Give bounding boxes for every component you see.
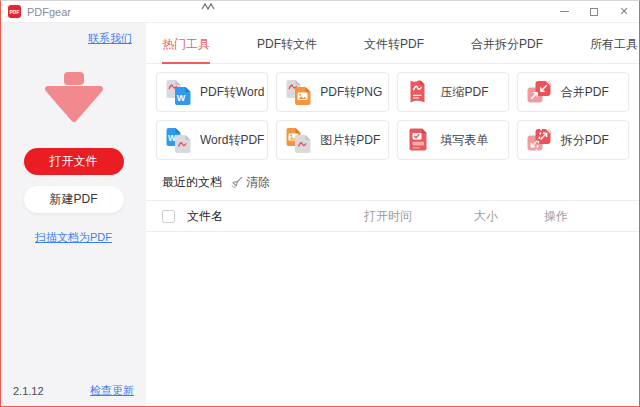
- window-title: PDFgear: [27, 6, 71, 18]
- clear-label: 清除: [246, 174, 270, 191]
- tool-card-label: PDF转PNG: [320, 84, 382, 101]
- tool-card-fill-form[interactable]: 填写表单: [397, 120, 509, 160]
- recent-documents-title: 最近的文档: [162, 174, 222, 191]
- recent-table-header: 文件名 打开时间 大小 操作: [146, 200, 639, 232]
- tool-card-label: 拆分PDF: [561, 132, 609, 149]
- tab-all-tools[interactable]: 所有工具: [590, 36, 638, 63]
- contact-us-link[interactable]: 联系我们: [88, 31, 132, 46]
- svg-text:W: W: [177, 93, 186, 103]
- sidebar: 联系我们 打开文件 新建PDF 扫描文档为PDF 2.1.12 检查更新: [1, 23, 146, 406]
- image-to-pdf-icon: [284, 126, 312, 154]
- close-button[interactable]: ✕: [609, 1, 639, 22]
- window-controls: ✕: [549, 1, 639, 22]
- tool-card-label: PDF转Word: [200, 84, 264, 101]
- tool-card-label: 压缩PDF: [441, 84, 489, 101]
- tool-card-word-to-pdf[interactable]: W Word转PDF: [156, 120, 268, 160]
- minimize-button[interactable]: [549, 1, 579, 22]
- tab-file-to-pdf[interactable]: 文件转PDF: [364, 36, 424, 63]
- tool-card-grid: W PDF转Word PDF转PNG: [146, 64, 639, 168]
- close-icon: ✕: [619, 6, 628, 17]
- tool-card-label: 合并PDF: [561, 84, 609, 101]
- maximize-button[interactable]: [579, 1, 609, 22]
- tool-card-label: Word转PDF: [200, 132, 264, 149]
- minimize-icon: [560, 11, 569, 12]
- tool-card-pdf-to-word[interactable]: W PDF转Word: [156, 72, 268, 112]
- column-filename: 文件名: [187, 208, 364, 225]
- recent-table-body: [146, 232, 639, 406]
- mouse-cursor: [201, 0, 217, 16]
- fill-form-icon: [405, 126, 433, 154]
- tool-card-label: 图片转PDF: [320, 132, 380, 149]
- broom-icon: [230, 176, 243, 189]
- pdfgear-window: PDF PDFgear ✕ 联系我们 打开文件 新建PDF 扫描文档为PDF: [0, 0, 640, 407]
- word-to-pdf-icon: W: [164, 126, 192, 154]
- new-pdf-button[interactable]: 新建PDF: [24, 186, 124, 213]
- tool-tabs: 热门工具 PDF转文件 文件转PDF 合并拆分PDF 所有工具: [146, 23, 639, 64]
- select-all-checkbox[interactable]: [162, 210, 175, 223]
- tool-card-merge-pdf[interactable]: 合并PDF: [517, 72, 629, 112]
- scan-to-pdf-link[interactable]: 扫描文档为PDF: [35, 230, 112, 245]
- main-panel: 热门工具 PDF转文件 文件转PDF 合并拆分PDF 所有工具 W: [146, 23, 639, 406]
- maximize-icon: [590, 8, 598, 16]
- tab-hot-tools[interactable]: 热门工具: [162, 36, 210, 63]
- column-operations: 操作: [544, 208, 639, 225]
- tool-card-pdf-to-png[interactable]: PDF转PNG: [276, 72, 388, 112]
- tab-pdf-to-file[interactable]: PDF转文件: [257, 36, 317, 63]
- pdf-to-png-icon: [284, 78, 312, 106]
- compress-pdf-icon: [405, 78, 433, 106]
- split-pdf-icon: [525, 126, 553, 154]
- app-logo-icon: PDF: [8, 5, 21, 18]
- open-file-button[interactable]: 打开文件: [24, 148, 124, 175]
- column-open-time: 打开时间: [364, 208, 474, 225]
- tool-card-compress-pdf[interactable]: 压缩PDF: [397, 72, 509, 112]
- tool-card-image-to-pdf[interactable]: 图片转PDF: [276, 120, 388, 160]
- tab-merge-split-pdf[interactable]: 合并拆分PDF: [471, 36, 543, 63]
- version-label: 2.1.12: [13, 385, 44, 397]
- pdf-to-word-icon: W: [164, 78, 192, 106]
- merge-pdf-icon: [525, 78, 553, 106]
- recent-documents-header: 最近的文档 清除: [146, 168, 639, 200]
- check-update-link[interactable]: 检查更新: [90, 383, 134, 398]
- column-size: 大小: [474, 208, 544, 225]
- download-arrow-icon: [42, 70, 106, 128]
- title-bar: PDF PDFgear ✕: [1, 1, 639, 23]
- tool-card-split-pdf[interactable]: 拆分PDF: [517, 120, 629, 160]
- tool-card-label: 填写表单: [441, 132, 489, 149]
- clear-recent-button[interactable]: 清除: [230, 174, 270, 191]
